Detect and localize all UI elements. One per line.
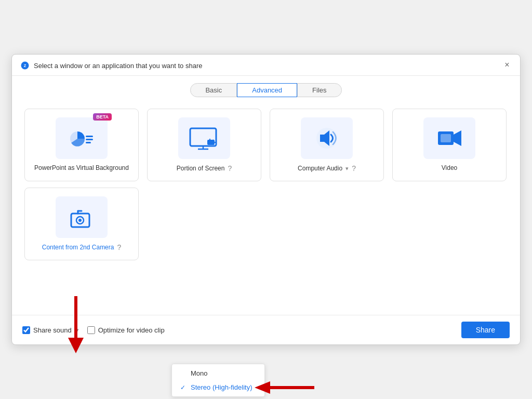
svg-line-12 <box>212 140 214 141</box>
svg-marker-25 <box>68 338 84 353</box>
powerpoint-icon-box: BETA <box>56 117 108 159</box>
card-video[interactable]: Video <box>392 109 507 181</box>
zoom-icon: Z <box>20 61 30 70</box>
card-powerpoint[interactable]: BETA PowerPoint as Virtual Background <box>24 109 139 181</box>
computer-audio-icon-box <box>301 117 353 159</box>
bottom-bar: Share sound ▾ Optimize for video clip Sh… <box>12 315 520 344</box>
card-computer-audio[interactable]: Computer Audio ▾ ? <box>270 109 384 181</box>
mono-label: Mono <box>191 369 208 377</box>
stereo-checkmark: ✓ <box>180 384 188 391</box>
share-dialog: Z Select a window or an application that… <box>11 54 521 345</box>
video-label: Video <box>442 164 457 171</box>
svg-marker-27 <box>255 381 270 394</box>
computer-audio-chevron-icon[interactable]: ▾ <box>345 165 349 172</box>
computer-audio-label: Computer Audio ▾ ? <box>298 164 356 172</box>
portion-screen-question-icon[interactable]: ? <box>228 164 232 172</box>
svg-marker-16 <box>454 130 461 146</box>
card-camera[interactable]: Content from 2nd Camera ? <box>24 188 139 260</box>
camera-label: Content from 2nd Camera ? <box>42 243 122 251</box>
cards-grid: BETA PowerPoint as Virtual Background <box>12 102 520 267</box>
svg-rect-3 <box>86 136 93 137</box>
mono-checkmark <box>180 370 188 377</box>
cards-row-2: Content from 2nd Camera ? <box>24 188 508 260</box>
optimize-checkbox-label[interactable]: Optimize for video clip <box>87 326 165 334</box>
tab-basic[interactable]: Basic <box>190 83 237 97</box>
dropdown-menu: Mono ✓ Stereo (High-fidelity) <box>171 364 265 397</box>
optimize-text: Optimize for video clip <box>98 326 165 334</box>
close-button[interactable]: × <box>501 59 513 71</box>
dropdown-item-mono[interactable]: Mono <box>172 366 264 380</box>
arrow-right-indicator <box>255 380 317 397</box>
svg-rect-4 <box>86 139 93 140</box>
portion-screen-icon-box <box>178 117 230 159</box>
video-icon-box <box>423 117 475 159</box>
powerpoint-icon <box>66 125 97 151</box>
stereo-label: Stereo (High-fidelity) <box>191 383 252 391</box>
tabs-row: Basic Advanced Files <box>12 76 520 102</box>
svg-point-23 <box>78 219 82 222</box>
computer-audio-question-icon[interactable]: ? <box>352 164 356 172</box>
powerpoint-label: PowerPoint as Virtual Background <box>34 164 129 171</box>
share-button[interactable]: Share <box>461 322 510 338</box>
dropdown-item-stereo[interactable]: ✓ Stereo (High-fidelity) <box>172 380 264 394</box>
portion-screen-label: Portion of Screen ? <box>177 164 232 172</box>
dialog-title: Select a window or an application that y… <box>34 62 512 70</box>
camera-icon-box <box>56 196 108 238</box>
card-portion-screen[interactable]: Portion of Screen ? <box>147 109 261 181</box>
camera-question-icon[interactable]: ? <box>117 243 121 251</box>
audio-icon <box>313 125 341 151</box>
portion-screen-icon <box>188 125 221 151</box>
optimize-checkbox[interactable] <box>87 326 95 334</box>
svg-text:Z: Z <box>24 63 26 68</box>
beta-badge: BETA <box>93 113 112 121</box>
svg-rect-17 <box>441 134 451 142</box>
tab-files[interactable]: Files <box>297 83 341 97</box>
tab-advanced[interactable]: Advanced <box>237 83 297 97</box>
cards-row-1: BETA PowerPoint as Virtual Background <box>24 109 508 181</box>
video-icon <box>435 125 464 151</box>
share-sound-text: Share sound <box>33 326 72 334</box>
title-bar: Z Select a window or an application that… <box>12 55 520 76</box>
camera-icon <box>66 203 97 232</box>
arrow-down-indicator <box>68 294 84 358</box>
share-sound-checkbox[interactable] <box>22 326 30 334</box>
svg-rect-5 <box>86 142 91 143</box>
